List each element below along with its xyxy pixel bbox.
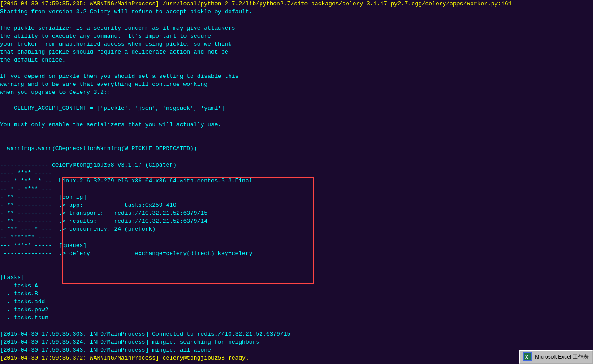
line-23: -- ******* ---- <box>0 233 593 241</box>
line-tasks-pow2: . tasks.pow2 <box>0 306 593 314</box>
line-blank-2 <box>0 65 593 73</box>
line-blank-10 <box>0 322 593 330</box>
line-5: your broker from unauthorized access whe… <box>0 40 593 48</box>
line-10: when you upgrade to Celery 3.2:: <box>0 89 593 97</box>
line-tasks-tsum: . tasks.tsum <box>0 314 593 322</box>
line-tasks-header: [tasks] <box>0 274 593 282</box>
line-7: the default choice. <box>0 56 593 64</box>
line-blank-6 <box>0 137 593 145</box>
line-21: - ** ---------- .> results: redis://10.3… <box>0 217 593 225</box>
line-tasks-b: . tasks.B <box>0 290 593 298</box>
line-1: [2015-04-30 17:59:35,235: WARNING/MainPr… <box>0 0 593 8</box>
line-9: warning and to be sure that everything w… <box>0 81 593 89</box>
terminal: [2015-04-30 17:59:35,235: WARNING/MainPr… <box>0 0 593 364</box>
line-blank-7 <box>0 153 593 161</box>
line-blank-4 <box>0 113 593 121</box>
line-tasks-add: . tasks.add <box>0 298 593 306</box>
line-blank-3 <box>0 97 593 105</box>
line-6: that enabling pickle should require a de… <box>0 48 593 56</box>
line-2: Starting from version 3.2 Celery will re… <box>0 8 593 16</box>
taskbar[interactable]: X Microsoft Excel 工作表 <box>519 350 593 364</box>
line-info-4: [2015-04-30 17:59:56,056: INFO/MainProce… <box>0 362 593 364</box>
line-22: - *** --- * --- .> concurrency: 24 (pref… <box>0 225 593 233</box>
line-19: - ** ---------- .> app: tasks:0x259f410 <box>0 201 593 209</box>
line-18: - ** ---------- [config] <box>0 194 593 201</box>
line-tasks-a: . tasks.A <box>0 282 593 290</box>
line-25: -------------- .> celery exchange=celery… <box>0 250 593 258</box>
line-12: You must only enable the serializers tha… <box>0 121 593 129</box>
line-14: -------------- celery@tongjibuz58 v3.1.1… <box>0 161 593 169</box>
line-8: If you depend on pickle then you should … <box>0 73 593 81</box>
line-4: the ability to execute any command. It's… <box>0 32 593 40</box>
taskbar-app-label: Microsoft Excel 工作表 <box>535 353 589 361</box>
line-blank-5 <box>0 129 593 137</box>
svg-text:X: X <box>525 355 528 360</box>
line-blank-8 <box>0 258 593 266</box>
line-11: CELERY_ACCEPT_CONTENT = ['pickle', 'json… <box>0 105 593 112</box>
line-blank-1 <box>0 16 593 24</box>
line-info-1: [2015-04-30 17:59:35,303: INFO/MainProce… <box>0 330 593 338</box>
line-info-3: [2015-04-30 17:59:36,343: INFO/MainProce… <box>0 346 593 354</box>
excel-icon: X <box>523 352 532 361</box>
line-15: ---- **** ----- <box>0 169 593 177</box>
line-20: - ** ---------- .> transport: redis://10… <box>0 209 593 217</box>
line-24: --- ***** ----- [queues] <box>0 242 593 250</box>
line-3: The pickle serializer is a security conc… <box>0 24 593 32</box>
line-warning-ready: [2015-04-30 17:59:36,372: WARNING/MainPr… <box>0 354 593 362</box>
line-13: warnings.warn(CDeprecationWarning(W_PICK… <box>0 145 593 153</box>
line-info-2: [2015-04-30 17:59:35,324: INFO/MainProce… <box>0 338 593 346</box>
line-16: --- * *** * -- Linux-2.6.32-279.el6.x86_… <box>0 177 593 185</box>
line-blank-9 <box>0 266 593 274</box>
line-17: -- * - **** --- <box>0 185 593 193</box>
